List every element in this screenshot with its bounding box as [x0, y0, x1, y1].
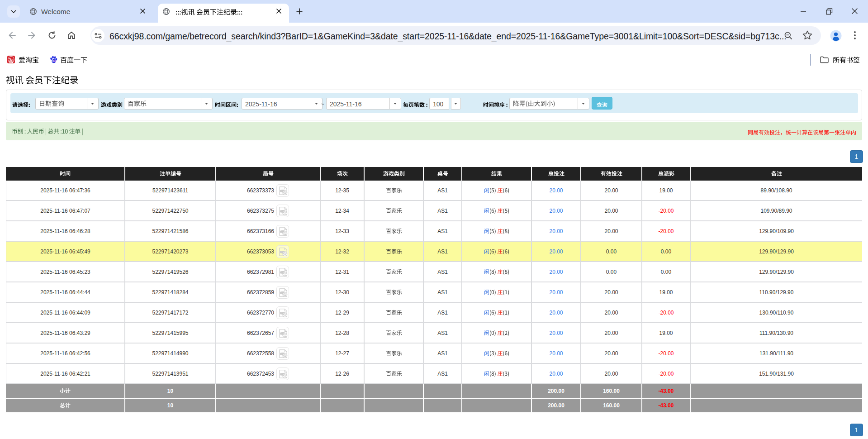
svg-text:du: du: [52, 59, 56, 62]
